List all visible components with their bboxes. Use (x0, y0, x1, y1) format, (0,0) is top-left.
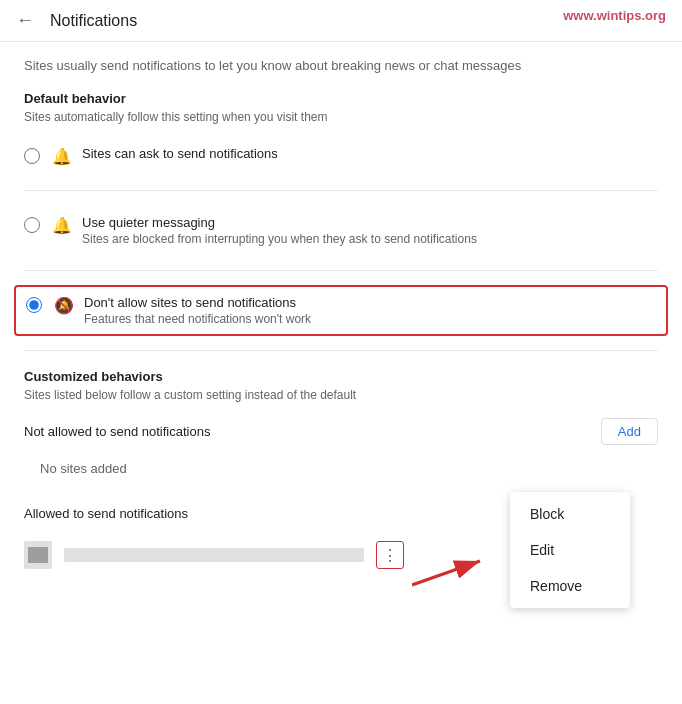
three-dot-icon: ⋮ (382, 546, 398, 565)
context-menu-block[interactable]: Block (510, 496, 630, 532)
customized-title: Customized behaviors (24, 369, 658, 384)
back-icon: ← (16, 10, 34, 31)
customized-behaviors-section: Customized behaviors Sites listed below … (24, 369, 658, 402)
option-block-desc: Features that need notifications won't w… (84, 312, 311, 326)
default-behavior-subtitle: Sites automatically follow this setting … (24, 110, 658, 124)
three-dot-button[interactable]: ⋮ (376, 541, 404, 569)
divider-3 (24, 350, 658, 351)
not-allowed-section: Not allowed to send notifications Add No… (24, 418, 658, 484)
site-url (64, 548, 364, 562)
context-menu-remove[interactable]: Remove (510, 568, 630, 604)
option-block-highlighted: 🔕 Don't allow sites to send notification… (14, 285, 668, 336)
no-sites-label: No sites added (24, 453, 658, 484)
divider-2 (24, 270, 658, 271)
option-ask-label: Sites can ask to send notifications (82, 146, 278, 161)
allowed-label: Allowed to send notifications (24, 506, 188, 521)
header: ← Notifications (0, 0, 682, 42)
option-block[interactable]: 🔕 Don't allow sites to send notification… (26, 295, 656, 326)
back-button[interactable]: ← (16, 10, 34, 31)
not-allowed-label: Not allowed to send notifications (24, 424, 210, 439)
radio-quiet[interactable] (24, 217, 40, 233)
not-allowed-header: Not allowed to send notifications Add (24, 418, 658, 445)
bell-icon-quiet: 🔔 (52, 216, 72, 235)
context-menu: Block Edit Remove (510, 492, 630, 608)
option-block-label: Don't allow sites to send notifications (84, 295, 311, 310)
add-not-allowed-button[interactable]: Add (601, 418, 658, 445)
option-quiet-text: Use quieter messaging Sites are blocked … (82, 215, 477, 246)
divider-1 (24, 190, 658, 191)
option-ask-text: Sites can ask to send notifications (82, 146, 278, 161)
option-ask[interactable]: 🔔 Sites can ask to send notifications (24, 136, 658, 176)
option-block-text: Don't allow sites to send notifications … (84, 295, 311, 326)
bell-off-icon: 🔕 (54, 296, 74, 315)
option-quiet-desc: Sites are blocked from interrupting you … (82, 232, 477, 246)
bell-icon-ask: 🔔 (52, 147, 72, 166)
page-title: Notifications (50, 12, 137, 30)
option-quiet-label: Use quieter messaging (82, 215, 477, 230)
radio-ask[interactable] (24, 148, 40, 164)
radio-block[interactable] (26, 297, 42, 313)
option-quiet[interactable]: 🔔 Use quieter messaging Sites are blocke… (24, 205, 658, 256)
site-favicon (24, 541, 52, 569)
default-behavior-title: Default behavior (24, 91, 658, 106)
customized-subtitle: Sites listed below follow a custom setti… (24, 388, 658, 402)
page-description: Sites usually send notifications to let … (24, 58, 658, 73)
context-menu-edit[interactable]: Edit (510, 532, 630, 568)
